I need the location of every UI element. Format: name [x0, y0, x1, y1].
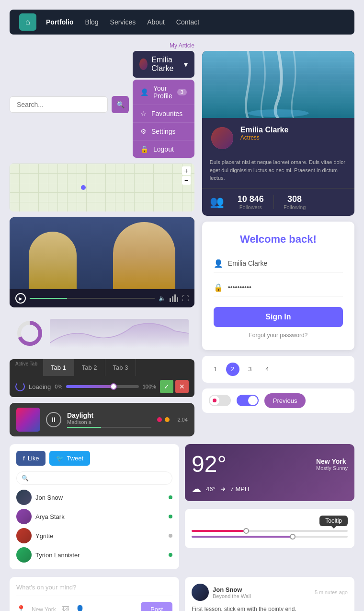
- followers-icon: 👥: [210, 195, 224, 209]
- contact-item: Jon Snow: [16, 490, 172, 505]
- check-button[interactable]: ✓: [160, 380, 173, 393]
- home-icon[interactable]: ⌂: [19, 13, 36, 31]
- pagination: 1 2 3 4: [202, 356, 354, 383]
- map-widget[interactable]: + −: [10, 164, 194, 212]
- previous-button[interactable]: Previous: [264, 393, 306, 408]
- username-input[interactable]: [228, 259, 343, 267]
- tab-1[interactable]: Tab 1: [43, 359, 74, 376]
- weather-city: New York: [316, 458, 348, 465]
- x-button[interactable]: ✕: [175, 380, 189, 393]
- profile-info: Emilia Clarke Actress: [202, 118, 354, 158]
- video-volume-icon: 🔈: [159, 295, 166, 302]
- tab-3[interactable]: Tab 3: [105, 359, 136, 376]
- stats-row: [10, 313, 194, 353]
- music-progress-bar[interactable]: [67, 427, 151, 428]
- music-dot-orange[interactable]: [165, 417, 170, 422]
- page-4[interactable]: 4: [261, 363, 274, 376]
- search-button[interactable]: 🔍: [112, 96, 129, 113]
- contact-item: Arya Stark: [16, 509, 172, 524]
- video-progress-bar[interactable]: [30, 298, 155, 299]
- music-player: ⏸ Daylight Madison a 2:04: [10, 403, 194, 436]
- contact-search-input[interactable]: [16, 471, 172, 485]
- nav-link-services[interactable]: Services: [110, 18, 136, 26]
- user-tag-icon: 👤: [75, 605, 85, 611]
- check-x-buttons: ✓ ✕: [160, 380, 189, 393]
- nav-link-contact[interactable]: Contact: [176, 18, 199, 26]
- page-1[interactable]: 1: [209, 363, 222, 376]
- video-fullscreen-icon[interactable]: ⛶: [182, 294, 189, 302]
- stat-divider: [273, 195, 274, 209]
- facebook-button[interactable]: f Like: [16, 451, 46, 466]
- progress-thumb: [110, 383, 117, 390]
- article-label: My Article: [10, 42, 354, 49]
- post-card: What's on your mind? 📍 New York 🖼 👤 Post: [10, 577, 179, 611]
- profile-cover-image: [202, 51, 354, 118]
- password-input[interactable]: [228, 283, 343, 291]
- music-dot-red[interactable]: [157, 417, 162, 422]
- comment-user-info: Jon Snow Beyond the Wall: [213, 586, 251, 599]
- user-dropdown[interactable]: Emilia Clarke ▾: [133, 51, 194, 78]
- search-input[interactable]: [10, 96, 108, 113]
- sign-in-button[interactable]: Sign In: [214, 307, 343, 327]
- post-location: New York: [32, 606, 56, 611]
- post-comment-row: What's on your mind? 📍 New York 🖼 👤 Post…: [10, 577, 354, 611]
- slider-purple[interactable]: [192, 536, 348, 538]
- comment-text: First lesson, stick em with the pointy e…: [192, 605, 348, 611]
- menu-settings[interactable]: ⚙ Settings: [133, 123, 194, 141]
- map-zoom-out[interactable]: −: [182, 176, 191, 185]
- area-chart: [50, 319, 189, 348]
- followers-stat: 10 846 Followers: [238, 194, 264, 210]
- fb-label: Like: [28, 455, 39, 462]
- weather-temp: 92°: [192, 451, 227, 477]
- password-icon: 🔒: [214, 283, 223, 292]
- video-play-icon[interactable]: ▶: [15, 293, 26, 304]
- play-pause-button[interactable]: ⏸: [46, 412, 61, 427]
- comment-avatar: [192, 584, 209, 601]
- weather-card: 92° New York Mostly Sunny ☁ 46° ➜ 7 MPH: [185, 444, 354, 501]
- album-art: [16, 408, 40, 432]
- music-duration: 2:04: [177, 417, 187, 423]
- tab-2[interactable]: Tab 2: [74, 359, 105, 376]
- nav-link-blog[interactable]: Blog: [85, 18, 99, 26]
- dropdown-menu: 👤 Your Profile 3 ☆ Favourites ⚙ Settings…: [133, 80, 194, 158]
- profile-name: Emilia Clarke: [240, 126, 289, 134]
- music-info: Daylight Madison a: [67, 411, 151, 428]
- navbar: ⌂ Portfolio Blog Services About Contact: [10, 10, 354, 35]
- post-actions: 📍 New York 🖼 👤 Post: [16, 602, 172, 611]
- map-zoom-in[interactable]: +: [182, 166, 191, 175]
- comment-time: 5 minutes ago: [315, 589, 348, 595]
- page-3[interactable]: 3: [243, 363, 257, 376]
- twitter-button[interactable]: 🐦 Tweet: [49, 451, 90, 466]
- weather-secondary: ☁ 46° ➜ 7 MPH: [192, 483, 348, 494]
- arya-status-dot: [169, 515, 172, 518]
- menu-profile[interactable]: 👤 Your Profile 3: [133, 80, 194, 105]
- post-button[interactable]: Post: [141, 602, 172, 611]
- slider-thumb-purple[interactable]: [290, 534, 296, 540]
- weather-main: 92° New York Mostly Sunny: [192, 451, 348, 477]
- menu-favourites-label: Favourites: [151, 110, 182, 118]
- wind-speed: 7 MPH: [230, 485, 250, 493]
- music-artist: Madison a: [67, 419, 151, 425]
- tyrion-avatar: [16, 547, 32, 563]
- user-dropdown-wrapper: Emilia Clarke ▾ 👤 Your Profile 3 ☆ Favou…: [133, 51, 194, 158]
- profile-text: Emilia Clarke Actress: [240, 126, 289, 141]
- slider-fill-pink: [192, 530, 246, 532]
- following-count: 308: [284, 194, 306, 204]
- progress-bar[interactable]: [66, 385, 138, 388]
- audio-bars: [170, 294, 178, 302]
- forgot-password-link[interactable]: Forgot your password?: [214, 332, 343, 339]
- welcome-card: Welcome back! 👤 🔒 Sign In Forgot your pa…: [202, 222, 354, 350]
- slider-pink[interactable]: [192, 530, 348, 532]
- nav-link-about[interactable]: About: [147, 18, 165, 26]
- toggle-off[interactable]: [209, 395, 231, 406]
- toggle-on[interactable]: [237, 395, 259, 406]
- page-2[interactable]: 2: [226, 363, 239, 376]
- slider-thumb-pink[interactable]: [243, 528, 249, 534]
- post-placeholder[interactable]: What's on your mind?: [16, 584, 172, 596]
- wind-icon: ➜: [220, 485, 226, 493]
- menu-logout[interactable]: 🔒 Logout: [133, 141, 194, 158]
- menu-logout-label: Logout: [153, 145, 174, 153]
- menu-favourites[interactable]: ☆ Favourites: [133, 105, 194, 123]
- nav-link-portfolio[interactable]: Portfolio: [46, 18, 74, 26]
- map-grid: [10, 164, 194, 212]
